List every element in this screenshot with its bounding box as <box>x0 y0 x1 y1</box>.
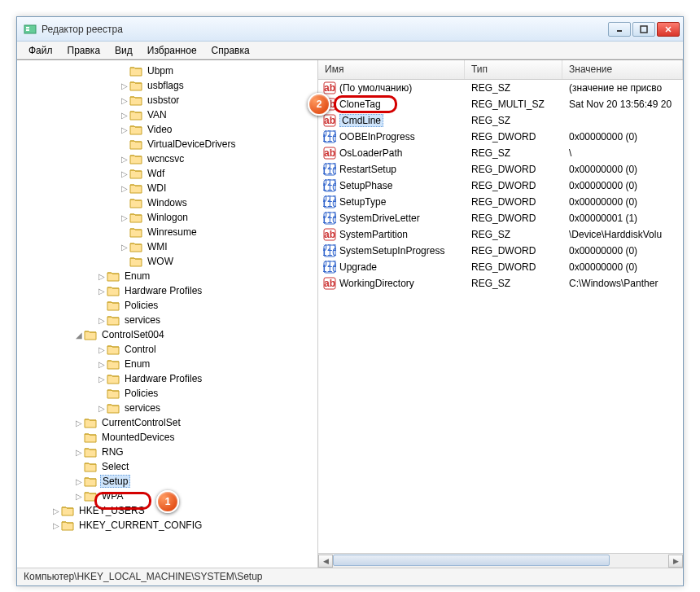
tree-item[interactable]: ▷usbflags <box>17 78 317 93</box>
folder-icon <box>129 124 142 135</box>
expander-icon[interactable]: ▷ <box>120 125 129 134</box>
tree-item[interactable]: ▷services <box>17 313 317 327</box>
menu-help[interactable]: Справка <box>205 43 256 58</box>
tree-item[interactable]: MountedDevices <box>17 430 317 445</box>
list-row[interactable]: abSystemPartitionREG_SZ\Device\HarddiskV… <box>318 226 683 243</box>
tree-item[interactable]: ▷WDI <box>17 181 317 195</box>
expander-icon[interactable]: ▷ <box>74 448 84 457</box>
col-header-value[interactable]: Значение <box>562 60 683 79</box>
binary-value-icon: 011110 <box>323 244 336 257</box>
value-type: REG_DWORD <box>465 261 562 273</box>
value-data: C:\Windows\Panther <box>562 278 683 289</box>
tree-item[interactable]: Ubpm <box>17 64 317 78</box>
expander-icon[interactable]: ▷ <box>51 521 61 530</box>
tree-item[interactable]: ▷services <box>17 401 317 415</box>
expander-icon[interactable]: ▷ <box>97 375 107 384</box>
expander-icon[interactable]: ▷ <box>120 111 129 120</box>
expander-icon[interactable]: ▷ <box>51 506 61 515</box>
tree-item[interactable]: ▷CurrentControlSet <box>17 415 317 430</box>
tree-item[interactable]: VirtualDeviceDrivers <box>17 137 317 151</box>
window-buttons <box>608 22 680 37</box>
tree-item[interactable]: ▷Video <box>17 122 317 137</box>
list-row[interactable]: ab(По умолчанию)REG_SZ(значение не присв… <box>318 80 683 96</box>
tree-item[interactable]: Winresume <box>17 225 317 239</box>
list-row[interactable]: 011110UpgradeREG_DWORD0x00000000 (0) <box>318 259 683 275</box>
tree-item[interactable]: Select <box>17 459 317 474</box>
expander-icon[interactable]: ◢ <box>74 331 84 340</box>
list-row[interactable]: abCloneTagREG_MULTI_SZSat Nov 20 13:56:4… <box>318 96 683 112</box>
expander-icon[interactable]: ▷ <box>97 404 107 413</box>
folder-icon <box>107 358 120 370</box>
tree-item[interactable]: ▷Enum <box>17 269 317 283</box>
expander-icon[interactable]: ▷ <box>74 492 84 501</box>
tree-item[interactable]: ▷RNG <box>17 445 317 459</box>
expander-icon[interactable]: ▷ <box>97 287 107 296</box>
expander-icon[interactable]: ▷ <box>120 155 129 164</box>
list-row[interactable]: 011110SystemDriveLetterREG_DWORD0x000000… <box>318 210 683 226</box>
menu-edit[interactable]: Правка <box>61 43 107 58</box>
list-body[interactable]: ab(По умолчанию)REG_SZ(значение не присв… <box>318 80 683 553</box>
expander-icon[interactable]: ▷ <box>97 316 107 325</box>
expander-icon[interactable]: ▷ <box>120 213 129 222</box>
expander-icon[interactable]: ▷ <box>120 184 129 193</box>
list-header[interactable]: Имя Тип Значение <box>318 60 683 80</box>
tree-item[interactable]: ▷WMI <box>17 239 317 254</box>
tree-item[interactable]: Windows <box>17 195 317 210</box>
list-row[interactable]: 011110RestartSetupREG_DWORD0x00000000 (0… <box>318 161 683 178</box>
menu-file[interactable]: Файл <box>22 43 59 58</box>
statusbar: Компьютер\HKEY_LOCAL_MACHINE\SYSTEM\Setu… <box>17 568 683 585</box>
tree-item[interactable]: WOW <box>17 254 317 269</box>
list-row[interactable]: 011110SystemSetupInProgressREG_DWORD0x00… <box>318 243 683 259</box>
tree-item[interactable]: ▷Wdf <box>17 166 317 181</box>
list-row[interactable]: 011110SetupTypeREG_DWORD0x00000000 (0) <box>318 194 683 210</box>
value-name: SystemPartition <box>339 229 408 240</box>
scroll-left-button[interactable]: ◀ <box>318 555 333 568</box>
expander-icon[interactable]: ▷ <box>120 96 129 105</box>
tree-item[interactable]: ▷Control <box>17 342 317 357</box>
tree-item[interactable]: ▷Setup <box>17 474 317 489</box>
col-header-name[interactable]: Имя <box>318 60 465 79</box>
tree-item[interactable]: ▷usbstor <box>17 93 317 107</box>
list-row[interactable]: abCmdLineREG_SZ <box>318 112 683 129</box>
scroll-thumb[interactable] <box>333 555 610 566</box>
tree-item[interactable]: ▷Enum <box>17 357 317 371</box>
titlebar[interactable]: Редактор реестра <box>17 17 683 42</box>
expander-icon[interactable]: ▷ <box>120 243 129 252</box>
expander-icon[interactable]: ▷ <box>74 477 84 486</box>
scroll-right-button[interactable]: ▶ <box>668 555 683 568</box>
tree-item[interactable]: Policies <box>17 298 317 313</box>
expander-icon[interactable]: ▷ <box>97 272 107 281</box>
close-button[interactable] <box>657 22 680 37</box>
expander-icon[interactable]: ▷ <box>97 345 107 354</box>
expander-icon[interactable]: ▷ <box>120 169 129 178</box>
tree-item[interactable]: ▷wcncsvc <box>17 151 317 166</box>
horizontal-scrollbar[interactable]: ◀ ▶ <box>318 553 683 568</box>
list-row[interactable]: 011110SetupPhaseREG_DWORD0x00000000 (0) <box>318 178 683 194</box>
folder-icon <box>107 314 120 326</box>
list-row[interactable]: 011110OOBEInProgressREG_DWORD0x00000000 … <box>318 129 683 145</box>
tree-item[interactable]: ▷VAN <box>17 107 317 122</box>
string-value-icon: ab <box>323 277 336 290</box>
tree-item-label: Winlogon <box>146 212 190 223</box>
tree-item[interactable]: Policies <box>17 386 317 401</box>
menu-view[interactable]: Вид <box>108 43 139 58</box>
list-row[interactable]: abWorkingDirectoryREG_SZC:\Windows\Panth… <box>318 275 683 292</box>
folder-icon <box>107 285 120 296</box>
expander-icon[interactable]: ▷ <box>97 360 107 369</box>
tree-item[interactable]: ▷Hardware Profiles <box>17 283 317 298</box>
tree-item-label: CurrentControlSet <box>100 417 182 428</box>
expander-icon[interactable]: ▷ <box>120 81 129 90</box>
maximize-button[interactable] <box>632 22 655 37</box>
list-row[interactable]: abOsLoaderPathREG_SZ\ <box>318 145 683 161</box>
menu-favorites[interactable]: Избранное <box>141 43 203 58</box>
folder-icon <box>129 94 142 106</box>
tree-item[interactable]: ◢ControlSet004 <box>17 327 317 342</box>
expander-icon[interactable]: ▷ <box>74 419 84 428</box>
minimize-button[interactable] <box>608 22 631 37</box>
tree-item[interactable]: ▷Winlogon <box>17 210 317 225</box>
scroll-track[interactable] <box>333 555 668 568</box>
tree-item[interactable]: ▷Hardware Profiles <box>17 371 317 386</box>
col-header-type[interactable]: Тип <box>465 60 562 79</box>
tree-item[interactable]: ▷HKEY_CURRENT_CONFIG <box>17 518 317 533</box>
folder-icon <box>107 402 120 414</box>
